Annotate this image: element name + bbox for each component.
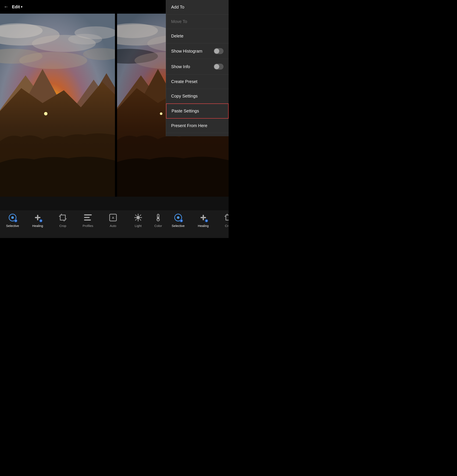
menu-item-copy-settings[interactable]: Copy Settings (166, 89, 228, 103)
selective-badge-1: ★ (14, 219, 17, 222)
crop-svg-icon (59, 214, 67, 221)
svg-rect-41 (84, 214, 92, 215)
menu-item-create-preset[interactable]: Create Preset (166, 75, 228, 89)
add-to-label: Add To (171, 5, 184, 9)
svg-rect-58 (226, 215, 228, 220)
edit-label: Edit (12, 4, 20, 9)
photo-left-svg (0, 14, 115, 197)
svg-line-54 (135, 219, 136, 220)
menu-item-move-to[interactable]: Move To (166, 15, 228, 29)
light-label-1: Light (135, 224, 142, 228)
move-to-label: Move To (171, 19, 187, 24)
svg-point-46 (136, 216, 140, 219)
menu-item-show-histogram[interactable]: Show Histogram (166, 43, 228, 59)
toolbar-item-color-1[interactable]: Color (151, 213, 166, 228)
context-menu: Add To Move To Delete Show Histogram Sho… (166, 0, 228, 136)
profiles-svg-icon (84, 214, 92, 221)
svg-point-5 (68, 34, 102, 44)
menu-item-present-from-here[interactable]: Present From Here (166, 119, 228, 133)
edit-title: Edit ▾ (12, 4, 22, 9)
show-histogram-toggle[interactable] (214, 48, 223, 54)
menu-item-add-to[interactable]: Add To (166, 0, 228, 15)
copy-settings-label: Copy Settings (171, 94, 198, 99)
crop-icon-1 (58, 213, 68, 222)
show-histogram-label: Show Histogram (171, 49, 203, 54)
svg-line-51 (135, 215, 136, 216)
light-icon-1 (134, 213, 143, 222)
svg-text:A: A (112, 216, 114, 220)
crop-svg-icon-2 (225, 214, 228, 221)
back-button[interactable]: ← (3, 3, 10, 11)
healing-badge-2: ★ (205, 219, 208, 222)
svg-point-7 (19, 52, 87, 69)
toolbar-item-healing-1[interactable]: ★ Healing (25, 213, 50, 228)
crop-label-1: Crop (59, 224, 66, 228)
auto-icon-1: A (108, 213, 118, 222)
edit-caret-icon: ▾ (21, 5, 22, 8)
toggle-knob-histogram (214, 49, 219, 54)
delete-label: Delete (171, 34, 184, 39)
svg-rect-42 (84, 217, 90, 218)
healing-icon-1: ★ (33, 213, 42, 222)
toolbar-item-healing-2[interactable]: ★ Healing (191, 213, 216, 228)
profiles-label-1: Profiles (83, 224, 93, 228)
crop-label-2: Crop (225, 224, 228, 228)
menu-item-show-info[interactable]: Show Info (166, 59, 228, 75)
paste-settings-label: Paste Settings (172, 109, 199, 113)
color-label-1: Color (154, 224, 162, 228)
bottom-toolbar: ★ Selective ★ Healing Crop (0, 210, 228, 238)
profiles-icon-1 (83, 213, 93, 222)
light-svg-icon (134, 214, 142, 221)
toolbar-item-profiles-1[interactable]: Profiles (75, 213, 101, 228)
toolbar-item-selective-1[interactable]: ★ Selective (0, 213, 25, 228)
selective-badge-2: ★ (180, 219, 183, 222)
toolbar-item-auto-1[interactable]: A Auto (101, 213, 126, 228)
image-divider (115, 14, 117, 197)
color-svg-icon (156, 214, 160, 221)
create-preset-label: Create Preset (171, 79, 197, 84)
selective-label-1: Selective (6, 224, 19, 228)
auto-label-1: Auto (110, 224, 116, 228)
svg-point-18 (44, 112, 47, 115)
svg-line-53 (140, 215, 141, 216)
toolbar-item-selective-2[interactable]: ★ Selective (166, 213, 191, 228)
menu-item-delete[interactable]: Delete (166, 29, 228, 43)
photo-left (0, 14, 115, 197)
crop-icon-2 (224, 213, 228, 222)
auto-svg-icon: A (109, 214, 117, 221)
header-left: ← Edit ▾ (3, 3, 22, 11)
svg-rect-57 (158, 217, 159, 219)
menu-item-paste-settings[interactable]: Paste Settings (166, 103, 228, 119)
healing-icon-2: ★ (199, 213, 208, 222)
healing-badge-1: ★ (39, 219, 42, 222)
toggle-knob-info (214, 64, 219, 69)
selective-label-2: Selective (172, 224, 185, 228)
selective-icon-2: ★ (173, 213, 183, 222)
svg-point-35 (160, 112, 162, 115)
svg-rect-36 (60, 215, 65, 220)
color-icon-1 (153, 213, 163, 222)
toolbar-item-crop-1[interactable]: Crop (50, 213, 75, 228)
present-from-here-label: Present From Here (171, 123, 207, 128)
svg-rect-43 (84, 220, 91, 221)
show-info-toggle[interactable] (214, 64, 223, 70)
toolbar-item-light-1[interactable]: Light (126, 213, 151, 228)
selective-icon-1: ★ (8, 213, 17, 222)
healing-label-2: Healing (198, 224, 209, 228)
healing-label-1: Healing (32, 224, 43, 228)
show-info-label: Show Info (171, 64, 190, 69)
toolbar-item-crop-2[interactable]: Crop (216, 213, 228, 228)
svg-line-52 (140, 219, 141, 220)
